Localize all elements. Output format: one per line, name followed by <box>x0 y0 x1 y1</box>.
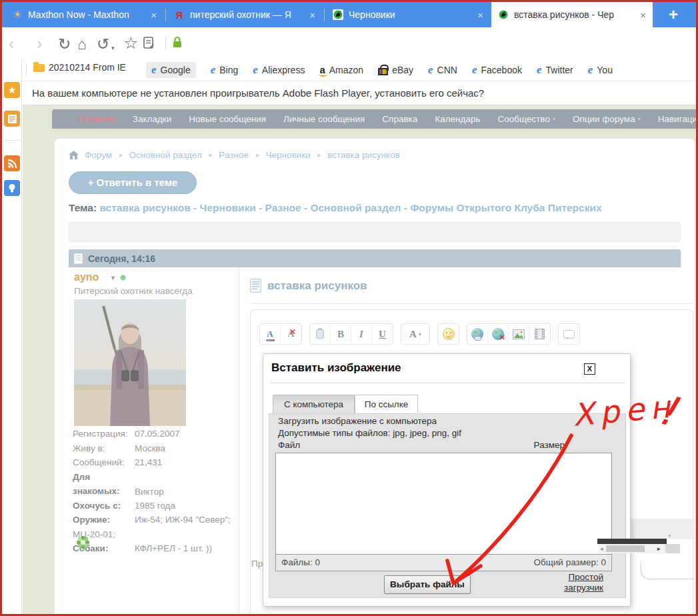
globe-link-icon <box>471 328 483 340</box>
nav-item-help[interactable]: Справка <box>382 114 417 124</box>
simple-uploader-link[interactable]: Простой загрузчик <box>564 572 603 593</box>
bookmark-amazon[interactable]: aAmazon <box>319 64 363 75</box>
post-title: вставка рисунков <box>267 279 367 293</box>
close-icon[interactable]: × <box>309 9 315 21</box>
bookmark-bing[interactable]: eBing <box>211 65 239 75</box>
bookmark-folder[interactable]: 20210214 From IE <box>33 62 126 73</box>
underline-button[interactable]: U <box>372 324 393 344</box>
folder-icon <box>33 64 45 72</box>
new-tab-button[interactable]: + <box>658 2 689 27</box>
bookmarks-bar: 20210214 From IE eGoogle eBing eAliexpre… <box>2 59 696 81</box>
nav-item-navigation[interactable]: Навигация <box>658 114 698 124</box>
font-color-button[interactable]: A <box>260 324 281 344</box>
bookmark-youtube[interactable]: eYou <box>588 65 613 75</box>
bookmark-facebook[interactable]: eFacebook <box>472 65 522 75</box>
scroll-left-arrow-icon[interactable]: ◂ <box>600 545 603 552</box>
chevron-down-icon: ▾ <box>638 116 641 122</box>
insert-image-button[interactable] <box>509 324 529 344</box>
refresh-icon[interactable]: ↻ <box>58 35 71 53</box>
font-size-button[interactable]: A▾ <box>401 324 429 344</box>
breadcrumb-separator-icon: ➤ <box>317 152 322 159</box>
tab-maxthon-now[interactable]: ☀ Maxthon Now - Maxthon × <box>5 2 163 27</box>
home-icon[interactable]: ⌂ <box>77 35 87 53</box>
ie-icon: e <box>537 65 542 75</box>
post-title-document-icon <box>250 279 261 293</box>
notes-panel-icon[interactable] <box>4 111 20 127</box>
bookmark-aliexpress[interactable]: eAliexpress <box>253 65 305 75</box>
tab-drafts[interactable]: Черновики × <box>326 2 490 27</box>
bookmark-ebay[interactable]: eBay <box>378 65 413 75</box>
remove-link-button[interactable] <box>488 324 509 344</box>
divider <box>165 35 166 50</box>
choose-files-button[interactable]: Выбрать файлы <box>384 575 471 594</box>
paste-button[interactable] <box>310 324 331 344</box>
insert-link-button[interactable] <box>467 324 488 344</box>
thread-tools-strip <box>69 222 681 242</box>
forward-icon[interactable]: › <box>37 34 42 53</box>
italic-button[interactable]: I <box>351 324 372 344</box>
close-icon[interactable]: × <box>477 9 483 21</box>
file-list-box[interactable] <box>275 453 612 555</box>
files-count: Файлы: 0 <box>281 557 320 567</box>
scroll-right-arrow-icon[interactable]: ▸ <box>657 545 661 552</box>
post-time: Сегодня, 14:16 <box>88 253 155 264</box>
insert-video-button[interactable] <box>529 324 550 344</box>
breadcrumb-link[interactable]: Форум <box>85 150 112 160</box>
icq-flower-icon[interactable] <box>76 535 90 549</box>
ie-icon: e <box>253 65 258 75</box>
scrollbar-dark-bar <box>597 539 667 544</box>
chevron-down-icon[interactable]: ▾ <box>111 39 115 57</box>
post-icon <box>74 253 83 264</box>
rss-icon[interactable] <box>4 155 20 171</box>
bold-button[interactable]: B <box>331 324 351 344</box>
close-icon[interactable]: × <box>151 9 157 21</box>
horizontal-scrollbar[interactable]: ◂ ▸ <box>599 544 680 553</box>
breadcrumb-link[interactable]: Черновики <box>265 150 310 160</box>
globe-unlink-icon <box>492 328 504 340</box>
nav-item-bookmarks[interactable]: Закладки <box>133 114 171 124</box>
nav-item-calendar[interactable]: Календарь <box>435 114 480 124</box>
back-icon[interactable]: ‹ <box>9 34 14 53</box>
close-icon[interactable]: × <box>640 9 646 21</box>
post-header-bar: Сегодня, 14:16 <box>69 249 681 267</box>
user-field: Регистрация:07.05.2007 <box>73 427 238 441</box>
breadcrumb-separator-icon: ➤ <box>255 152 260 159</box>
nav-item-private-messages[interactable]: Личные сообщения <box>283 114 365 124</box>
tab-yandex-search[interactable]: Я питерский охотник — Я × <box>167 2 322 27</box>
tab-insert-images-active[interactable]: вставка рисунков - Чер × <box>491 2 653 27</box>
background-toolbar-strip <box>629 519 694 539</box>
favorites-star-icon[interactable]: ★ <box>4 82 20 98</box>
quote-button[interactable] <box>559 324 579 344</box>
user-menu-caret-icon[interactable]: ▼ <box>110 275 116 281</box>
nav-item-rules[interactable]: Правила <box>79 114 115 124</box>
favorite-star-icon[interactable]: ☆ <box>123 33 138 52</box>
nav-item-community[interactable]: Сообщество▾ <box>497 114 555 124</box>
chevron-down-icon: ▾ <box>419 331 421 337</box>
notes-icon[interactable] <box>143 37 155 49</box>
dialog-close-button[interactable]: X <box>584 363 595 375</box>
scrollbar-thumb[interactable] <box>606 545 645 552</box>
bookmark-cnn[interactable]: eCNN <box>428 65 457 75</box>
home-icon[interactable] <box>69 151 79 159</box>
topic-links[interactable]: вставка рисунков - Черновики - Разное - … <box>99 202 601 213</box>
undo-icon[interactable]: ↺ <box>97 35 109 53</box>
username-link[interactable]: ayno <box>74 271 99 283</box>
smilies-button[interactable] <box>438 324 459 344</box>
nav-item-new-messages[interactable]: Новые сообщения <box>189 114 266 124</box>
nav-item-forum-options[interactable]: Опции форума▾ <box>573 114 641 124</box>
tab-from-computer[interactable]: С компьютера <box>273 395 355 414</box>
user-field: Сообщений:21,431 <box>73 455 238 470</box>
user-field: Живу в:Москва <box>73 441 238 456</box>
user-avatar[interactable] <box>74 299 186 426</box>
breadcrumb: Форум➤ Основной раздел➤ Разное➤ Черновик… <box>69 150 400 160</box>
lightbulb-icon[interactable] <box>4 180 20 196</box>
reply-in-thread-button[interactable]: + Ответить в теме <box>69 171 197 194</box>
remove-format-button[interactable]: A <box>281 324 301 344</box>
flash-notice-bar[interactable]: На вашем компьютере не установлен проигр… <box>23 81 698 105</box>
breadcrumb-link[interactable]: Разное <box>219 150 249 160</box>
tab-from-url[interactable]: По ссылке <box>355 395 418 414</box>
bookmark-twitter[interactable]: eTwitter <box>537 65 573 75</box>
breadcrumb-link[interactable]: Основной раздел <box>129 150 202 160</box>
amazon-icon: a <box>319 64 325 75</box>
bookmark-google[interactable]: eGoogle <box>146 62 196 78</box>
